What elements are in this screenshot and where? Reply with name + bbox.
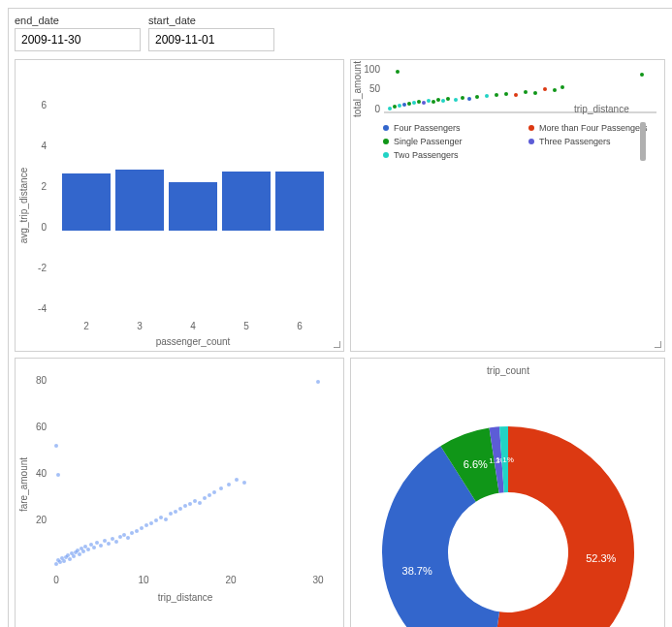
svg-point-87: [118, 535, 122, 539]
svg-point-44: [553, 88, 557, 92]
resize-icon[interactable]: [332, 339, 341, 349]
scatter-top-panel: total_amount 0 50 100 trip_dist: [350, 59, 665, 352]
svg-point-114: [316, 380, 320, 384]
svg-point-26: [417, 100, 421, 104]
svg-text:100: 100: [364, 64, 380, 75]
svg-point-48: [383, 125, 389, 131]
svg-point-102: [188, 502, 192, 506]
legend-scrollbar[interactable]: [640, 122, 646, 161]
svg-point-105: [203, 496, 207, 500]
svg-point-21: [393, 105, 397, 109]
svg-point-25: [412, 101, 416, 105]
svg-text:20: 20: [225, 575, 237, 585]
svg-point-85: [111, 537, 114, 541]
svg-point-36: [475, 95, 479, 99]
svg-text:Single Passenger: Single Passenger: [394, 137, 463, 146]
bar-chart-panel: avg_trip_distance -4 -2 0 2 4 6: [15, 59, 344, 352]
svg-point-110: [235, 478, 239, 482]
end-date-label: end_date: [15, 15, 141, 26]
svg-point-74: [78, 552, 81, 556]
scatter-bottom-xlabel: trip_distance: [158, 592, 213, 603]
pie-slice-label: 6.6%: [464, 458, 488, 470]
svg-point-56: [383, 152, 389, 158]
svg-text:2: 2: [83, 321, 89, 331]
svg-point-73: [76, 549, 80, 552]
svg-text:2: 2: [41, 181, 47, 192]
scatter-top-xlabel: trip_distance: [574, 104, 629, 114]
svg-point-50: [528, 125, 534, 131]
svg-point-54: [528, 139, 534, 144]
svg-point-23: [402, 103, 406, 107]
bar-xticks: 2 3 4 5 6: [83, 321, 303, 331]
svg-point-77: [83, 545, 87, 549]
svg-point-46: [396, 70, 400, 74]
svg-text:Two Passengers: Two Passengers: [394, 150, 459, 160]
svg-point-64: [58, 560, 62, 564]
svg-text:-2: -2: [38, 263, 47, 273]
svg-text:3: 3: [137, 321, 143, 331]
svg-point-82: [99, 544, 103, 548]
svg-text:Three Passengers: Three Passengers: [539, 137, 611, 146]
scatter-bottom-points: [54, 380, 320, 566]
svg-point-32: [446, 97, 450, 101]
bar-bars: [62, 170, 324, 231]
svg-point-29: [432, 100, 435, 104]
svg-point-20: [388, 107, 392, 110]
pie-chart[interactable]: trip_count 52.3%38.7%6.6%1.3%1.1% Less t…: [351, 359, 666, 627]
svg-text:60: 60: [36, 422, 48, 432]
svg-point-79: [89, 543, 93, 547]
svg-point-94: [149, 521, 153, 525]
bar-ylabel: avg_trip_distance: [18, 167, 29, 243]
svg-point-69: [68, 557, 72, 561]
svg-text:0: 0: [41, 222, 47, 233]
svg-text:6: 6: [297, 321, 303, 331]
svg-text:50: 50: [369, 83, 381, 94]
svg-rect-7: [115, 170, 164, 231]
svg-point-30: [436, 98, 440, 102]
svg-point-42: [533, 91, 537, 95]
scatter-top-yticks: 0 50 100: [364, 64, 380, 114]
svg-text:Four Passengers: Four Passengers: [394, 123, 461, 133]
scatter-top-chart[interactable]: total_amount 0 50 100 trip_dist: [351, 60, 666, 167]
pie-slice-label: 1.1%: [496, 455, 514, 464]
scatter-bottom-chart[interactable]: fare_amount 20 40 60 80: [16, 359, 345, 611]
pie-slice-label: 52.3%: [586, 552, 616, 564]
pie-slice-label: 38.7%: [402, 565, 432, 577]
scatter-top-legend: Four Passengers More than Four Passenger…: [383, 122, 648, 161]
svg-text:More than Four Passengers: More than Four Passengers: [539, 123, 648, 133]
svg-text:20: 20: [36, 515, 48, 525]
svg-text:5: 5: [243, 321, 249, 331]
start-date-input[interactable]: [148, 28, 274, 51]
svg-rect-8: [169, 182, 217, 231]
svg-point-108: [219, 486, 223, 490]
bar-chart[interactable]: avg_trip_distance -4 -2 0 2 4 6: [16, 60, 345, 351]
end-date-input[interactable]: [15, 28, 141, 51]
svg-point-86: [114, 540, 118, 544]
svg-point-47: [640, 73, 644, 77]
svg-text:10: 10: [138, 575, 149, 585]
svg-point-88: [122, 533, 126, 537]
svg-text:-4: -4: [38, 303, 47, 314]
bar-yticks: -4 -2 0 2 4 6: [38, 100, 47, 314]
dashboard: end_date start_date avg_trip_distance -4…: [8, 8, 672, 627]
bar-xlabel: passenger_count: [156, 336, 231, 347]
svg-rect-9: [222, 172, 271, 231]
svg-point-33: [454, 98, 458, 102]
scatter-bottom-yticks: 20 40 60 80: [36, 375, 48, 525]
svg-point-106: [208, 493, 211, 497]
svg-text:4: 4: [41, 141, 47, 151]
svg-text:30: 30: [312, 575, 324, 585]
svg-point-45: [560, 85, 564, 89]
svg-point-93: [144, 523, 148, 527]
svg-point-31: [441, 99, 445, 103]
svg-point-107: [212, 490, 216, 494]
svg-point-78: [86, 548, 90, 551]
filter-bar: end_date start_date: [15, 15, 672, 51]
pie-title: trip_count: [487, 365, 529, 376]
svg-point-22: [398, 104, 401, 108]
scatter-bottom-ylabel: fare_amount: [18, 457, 29, 512]
resize-icon[interactable]: [653, 339, 662, 349]
svg-text:40: 40: [36, 468, 48, 479]
chart-grid: avg_trip_distance -4 -2 0 2 4 6: [15, 59, 672, 627]
svg-point-95: [154, 518, 158, 522]
